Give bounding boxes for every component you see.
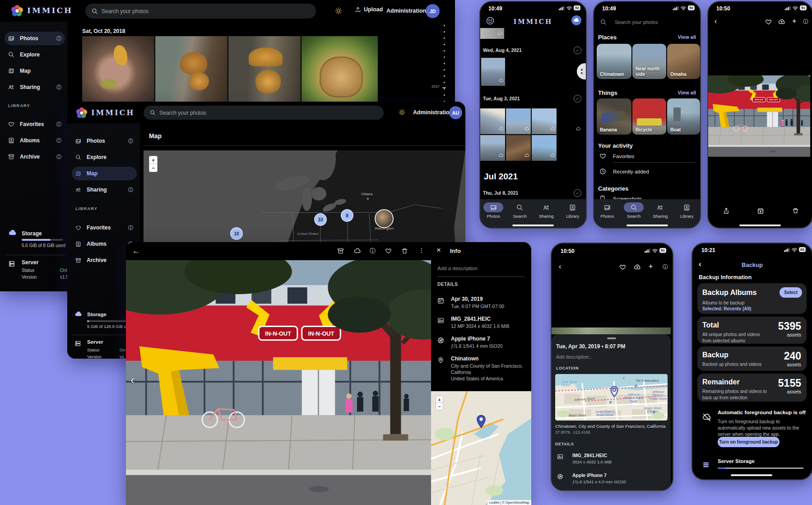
nav-library[interactable]: Library xyxy=(673,202,700,219)
photo-thumbnail[interactable] xyxy=(532,108,557,134)
photo-thumbnail[interactable] xyxy=(557,108,582,134)
select-button[interactable]: Select xyxy=(780,287,802,298)
home-indicator[interactable] xyxy=(512,224,554,226)
theme-toggle-sun-icon[interactable] xyxy=(399,109,405,116)
favorite-heart-icon[interactable] xyxy=(385,248,392,254)
photo-thumbnail[interactable] xyxy=(480,28,504,39)
activity-favorites[interactable]: Favorites xyxy=(613,154,634,159)
nav-sharing[interactable]: Sharing xyxy=(533,202,560,219)
info-icon[interactable]: ⓘ xyxy=(128,187,133,193)
administration-link[interactable]: Administration xyxy=(413,109,453,116)
location-mini-map[interactable]: + − Leaflet | © OpenStreetMap xyxy=(431,391,531,505)
info-icon[interactable]: ⓘ xyxy=(803,18,808,26)
photo-thumbnail[interactable] xyxy=(155,36,227,103)
info-icon[interactable]: ⓘ xyxy=(56,121,61,128)
place-card[interactable]: Omaha xyxy=(667,44,700,79)
photo-thumbnail[interactable] xyxy=(481,58,505,86)
photo-thumbnail[interactable] xyxy=(480,135,505,161)
trash-icon[interactable] xyxy=(792,207,799,214)
photo-thumbnail[interactable] xyxy=(532,135,557,161)
info-icon[interactable]: ⓘ xyxy=(663,263,668,271)
map-attribution[interactable]: Leaflet | © OpenStreetMap xyxy=(487,500,531,505)
thing-card[interactable]: Boat xyxy=(667,98,700,135)
map-cluster-marker[interactable]: 10 xyxy=(314,213,327,226)
search-input[interactable]: Search your photos xyxy=(85,4,316,19)
activity-recently-added[interactable]: Recently added xyxy=(613,169,649,174)
sidebar-item-photos[interactable]: Photosⓘ xyxy=(5,32,65,45)
sidebar-item-map[interactable]: Map xyxy=(5,64,65,78)
search-input[interactable]: Search your photos xyxy=(594,15,700,29)
place-card[interactable]: Chinatown xyxy=(597,44,631,79)
timeline-scrubber[interactable]: 2017 xyxy=(437,25,453,108)
nav-search[interactable]: Search xyxy=(621,202,647,219)
detail-sheet[interactable]: Tue, Apr 30, 2019 • 8:07 PM Add descript… xyxy=(552,334,671,490)
thing-card[interactable]: Bicycle xyxy=(632,98,666,135)
sidebar-item-sharing[interactable]: Sharingⓘ xyxy=(5,80,65,94)
photo-thumbnail[interactable] xyxy=(506,108,531,134)
back-chevron-icon[interactable]: ‹ xyxy=(715,17,717,25)
theme-toggle-sun-icon[interactable] xyxy=(335,7,342,14)
map-cluster-marker[interactable]: 10 xyxy=(230,227,243,240)
home-indicator[interactable] xyxy=(739,224,781,226)
photo-thumbnail[interactable] xyxy=(302,36,378,103)
info-icon[interactable]: ⓘ xyxy=(56,154,61,160)
sidebar-item-photos[interactable]: Photosⓘ xyxy=(72,134,137,148)
location-map[interactable]: † Hyde Street Harbor The Embarcadero Jef… xyxy=(555,374,668,421)
sidebar-item-favorites[interactable]: Favoritesⓘ xyxy=(5,117,65,131)
photo-thumbnail[interactable] xyxy=(506,135,531,161)
photo-thumbnail[interactable] xyxy=(228,36,301,103)
map-zoom-out-button[interactable]: − xyxy=(149,164,158,172)
close-icon[interactable]: × xyxy=(436,246,441,255)
cloud-upload-icon[interactable] xyxy=(778,19,785,26)
photo-thumbnail[interactable] xyxy=(480,108,505,134)
add-plus-icon[interactable]: + xyxy=(649,262,653,271)
viewer-photo[interactable] xyxy=(708,75,810,157)
share-icon[interactable] xyxy=(723,207,730,215)
map-photo-marker[interactable] xyxy=(375,209,394,228)
sidebar-item-albums[interactable]: Albumsⓘ xyxy=(5,134,65,147)
search-input[interactable]: Search your photos xyxy=(144,106,384,120)
user-avatar[interactable]: AU xyxy=(449,106,462,119)
cloud-icon[interactable] xyxy=(354,248,361,255)
detail-location[interactable]: Chinatown xyxy=(451,355,478,362)
trash-icon[interactable] xyxy=(401,248,408,254)
places-view-all[interactable]: View all xyxy=(678,34,696,40)
sidebar-item-archive[interactable]: Archiveⓘ xyxy=(5,150,65,164)
select-group-check-icon[interactable]: ✓ xyxy=(574,95,581,103)
select-group-check-icon[interactable]: ✓ xyxy=(574,189,581,197)
favorite-heart-icon[interactable] xyxy=(765,19,772,25)
upload-button[interactable]: Upload xyxy=(355,6,383,13)
profile-avatar[interactable] xyxy=(571,15,581,25)
select-group-check-icon[interactable]: ✓ xyxy=(574,47,581,54)
viewer-photo[interactable]: ‹ xyxy=(126,260,431,505)
description-input[interactable]: Add description... xyxy=(556,354,593,360)
minimap-zoom-out-button[interactable]: − xyxy=(436,402,443,410)
more-kebab-icon[interactable]: ⋮ xyxy=(418,247,425,254)
previous-photo-chevron[interactable]: ‹ xyxy=(130,373,135,387)
info-icon[interactable]: ⓘ xyxy=(56,137,61,144)
archive-icon[interactable] xyxy=(337,248,344,254)
user-avatar[interactable]: JD xyxy=(426,4,440,18)
description-input[interactable]: Add a description xyxy=(437,266,478,271)
sidebar-item-map[interactable]: Map xyxy=(72,167,137,180)
cloud-upload-icon[interactable] xyxy=(634,264,641,271)
nav-library[interactable]: Library xyxy=(560,202,586,219)
archive-add-icon[interactable] xyxy=(757,207,764,215)
timeline-scrubber-handle[interactable]: ▲▼ xyxy=(577,63,587,79)
photo-sliver[interactable] xyxy=(552,327,671,334)
info-icon[interactable]: ⓘ xyxy=(56,84,61,91)
nav-search[interactable]: Search xyxy=(507,202,534,219)
info-icon[interactable]: ⓘ xyxy=(128,224,133,231)
detail-date[interactable]: Apr 30, 2019 xyxy=(451,296,483,302)
sidebar-item-sharing[interactable]: Sharingⓘ xyxy=(72,183,137,196)
photo-thumbnail[interactable] xyxy=(82,36,154,103)
sidebar-item-explore[interactable]: Explore xyxy=(72,150,137,164)
nav-sharing[interactable]: Sharing xyxy=(647,202,674,219)
sidebar-item-favorites[interactable]: Favoritesⓘ xyxy=(72,221,137,234)
administration-link[interactable]: Administration xyxy=(386,8,426,14)
home-indicator[interactable] xyxy=(626,224,668,226)
back-arrow-icon[interactable]: ← xyxy=(132,247,140,256)
sidebar-item-explore[interactable]: Explore xyxy=(5,48,65,61)
nav-photos[interactable]: Photos xyxy=(594,202,621,219)
place-card[interactable]: Near north side xyxy=(632,44,666,79)
